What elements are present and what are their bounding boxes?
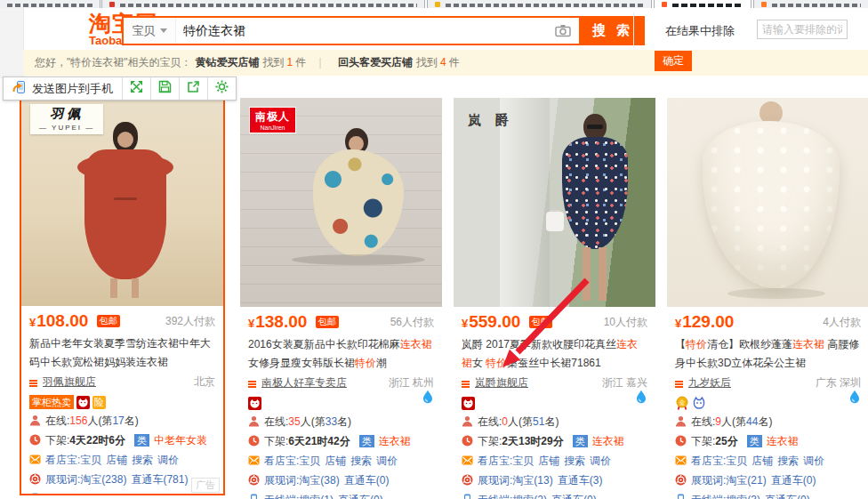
kdb-link-search[interactable]: 搜索 <box>564 455 585 467</box>
title-text: 2016女装夏新品中长款印花棉麻 <box>248 338 400 350</box>
camera-icon[interactable] <box>547 18 579 44</box>
water-drop-icon[interactable] <box>421 390 435 407</box>
photo-figure <box>727 288 825 299</box>
kdb-link-price[interactable]: 调价 <box>590 455 611 467</box>
category-link[interactable]: 连衣裙 <box>379 435 411 447</box>
person-icon <box>29 414 41 426</box>
mail-icon <box>675 455 687 466</box>
shop-list-icon <box>462 381 470 382</box>
offshelf-stat: 下架:4天22时6分类中老年女装 <box>29 431 215 450</box>
online-stat: 在线:0人(第51名) <box>462 412 647 431</box>
confirm-button[interactable]: 确定 <box>655 51 692 71</box>
svg-text:金: 金 <box>679 399 686 406</box>
product-image[interactable] <box>667 98 868 307</box>
brand-logo: 岚 爵 <box>468 112 514 129</box>
product-card[interactable]: 岚 爵 ¥559.00 包邮 10人付款 岚爵 2017夏季新款收腰印花真丝连衣… <box>454 98 655 499</box>
offshelf-stat: 下架:2天13时29分类连衣裙 <box>462 431 647 451</box>
product-title[interactable]: 岚爵 2017夏季新款收腰印花真丝连衣裙女 特价桑蚕丝中长裙71861 <box>462 335 647 373</box>
kdb-link-shop[interactable]: 店铺 <box>325 455 346 467</box>
category-badge: 类 <box>573 435 588 447</box>
shop-row: 南极人好享专卖店 浙江 杭州 <box>248 374 434 391</box>
product-title[interactable]: 2016女装夏新品中长款印花棉麻连衣裙女修身显瘦女韩版长裙特价潮 <box>248 335 434 373</box>
kdb-link-item[interactable]: 宝贝 <box>726 455 747 467</box>
category-badge: 类 <box>134 434 149 447</box>
kdb-link-search[interactable]: 搜索 <box>350 455 372 467</box>
shop-link[interactable]: 羽佩旗舰店 <box>43 375 96 388</box>
impression-words-stat: 展现词:淘宝(238)直通车(781) <box>29 470 215 489</box>
browser-tab[interactable] <box>654 0 751 8</box>
tab-title-text <box>446 4 644 7</box>
product-image[interactable]: 岚 爵 <box>454 98 655 307</box>
kdb-link-search[interactable]: 搜索 <box>777 455 799 467</box>
brand-logo: 羽佩 — YUPEI — <box>30 104 103 134</box>
browser-tab-strip <box>0 0 868 8</box>
pay-count: 392人付款 <box>165 310 215 332</box>
water-drop-icon[interactable] <box>848 390 862 407</box>
product-title[interactable]: 【特价清仓】欧根纱蓬蓬连衣裙 高腰修身中长款3D立体花朵公主裙 <box>675 335 861 373</box>
shop-list-icon <box>29 380 37 382</box>
left-margin <box>0 8 24 78</box>
product-info: ¥129.00 包邮 4人付款 【特价清仓】欧根纱蓬蓬连衣裙 高腰修身中长款3D… <box>667 311 868 499</box>
kdb-link-shop[interactable]: 店铺 <box>751 455 773 467</box>
save-button[interactable] <box>150 77 179 100</box>
browser-tab[interactable] <box>0 0 100 8</box>
product-card[interactable]: ¥129.00 包邮 4人付款 【特价清仓】欧根纱蓬蓬连衣裙 高腰修身中长款3D… <box>667 98 868 499</box>
category-link[interactable]: 连衣裙 <box>767 435 799 447</box>
title-keyword-highlight: 连衣裙 <box>400 338 432 350</box>
title-text: 新品中老年女装夏季雪纺连衣裙中年大码中长款宽松裙妈妈装连衣裙 <box>29 337 211 368</box>
product-title[interactable]: 新品中老年女装夏季雪纺连衣裙中年大码中长款宽松裙妈妈装连衣裙 <box>29 334 215 372</box>
kdb-link-search[interactable]: 搜索 <box>132 454 153 466</box>
shop-link[interactable]: 岚爵旗舰店 <box>475 376 528 389</box>
shop-link[interactable]: 九岁妖后 <box>688 376 731 389</box>
share-button[interactable] <box>179 77 207 100</box>
settings-button[interactable] <box>207 77 236 100</box>
search-category-dropdown[interactable]: 宝贝 <box>124 18 176 44</box>
category-link[interactable]: 连衣裙 <box>592 435 624 447</box>
kdb-link-shop[interactable]: 店铺 <box>106 454 127 466</box>
person-icon <box>675 415 687 427</box>
tab-favicon <box>761 2 767 7</box>
tab-title-text <box>7 4 92 7</box>
kdb-link-shop[interactable]: 店铺 <box>538 455 559 467</box>
category-link[interactable]: 中老年女装 <box>154 434 207 447</box>
kdb-link-item[interactable]: 宝贝 <box>80 454 101 466</box>
free-shipping-badge: 包邮 <box>316 316 339 328</box>
shop-link[interactable]: 南极人好享专卖店 <box>261 376 347 389</box>
mail-icon <box>29 454 41 465</box>
kdb-link-price[interactable]: 调价 <box>803 455 824 467</box>
online-stat: 在线:35人(第33名) <box>248 412 434 431</box>
product-info: ¥559.00 包邮 10人付款 岚爵 2017夏季新款收腰印花真丝连衣裙女 特… <box>454 311 655 499</box>
shop-location: 浙江 杭州 <box>389 374 434 391</box>
tab-favicon <box>435 2 440 7</box>
search-input[interactable] <box>176 18 547 44</box>
title-text: 【 <box>675 338 686 350</box>
kdb-link-price[interactable]: 调价 <box>376 455 398 467</box>
tmall-cat-icon <box>248 397 261 410</box>
send-to-phone-button[interactable]: 发送图片到手机 <box>4 77 122 100</box>
mobile-icon <box>675 494 687 499</box>
kdb-link-item[interactable]: 宝贝 <box>512 455 534 467</box>
price-row: ¥138.00 包邮 56人付款 <box>248 311 434 333</box>
title-text: 岚爵 2017夏季新款收腰印花真丝 <box>462 338 616 350</box>
product-image[interactable]: 南极人 NanJiren <box>240 98 442 307</box>
expand-button[interactable] <box>122 77 150 100</box>
kdb-link-item[interactable]: 宝贝 <box>299 455 320 467</box>
notice-shop1: 黄钻爱买店铺 <box>196 56 260 68</box>
shop-location: 北京 <box>194 373 215 390</box>
share-icon <box>187 80 200 97</box>
browser-tab[interactable] <box>101 0 425 8</box>
gold-medal-icon: 金 <box>675 396 689 410</box>
water-drop-icon[interactable] <box>634 390 648 407</box>
kdb-link-price[interactable]: 调价 <box>157 454 179 466</box>
impression-words-stat: 展现词:淘宝(21)直通车(0) <box>675 471 861 490</box>
exclude-input[interactable] <box>757 20 848 39</box>
product-image[interactable]: 羽佩 — YUPEI — <box>21 97 223 306</box>
browser-tab[interactable] <box>753 0 868 8</box>
browser-tab[interactable] <box>427 0 652 8</box>
offshelf-stat: 下架:6天21时42分类连衣裙 <box>248 431 434 451</box>
product-card[interactable]: 南极人 NanJiren ¥138.00 包邮 56人付款 2016女装夏新品中… <box>240 98 442 499</box>
notice-separator: ｜ <box>315 56 326 68</box>
product-card[interactable]: 羽佩 — YUPEI — ¥108.00 包邮 392人付款 新品中老年女装夏季… <box>20 95 225 495</box>
search-button[interactable]: 搜 索 <box>581 16 645 45</box>
wireless-stat: 无线端:搜索(1)直通车(0) <box>248 490 434 499</box>
